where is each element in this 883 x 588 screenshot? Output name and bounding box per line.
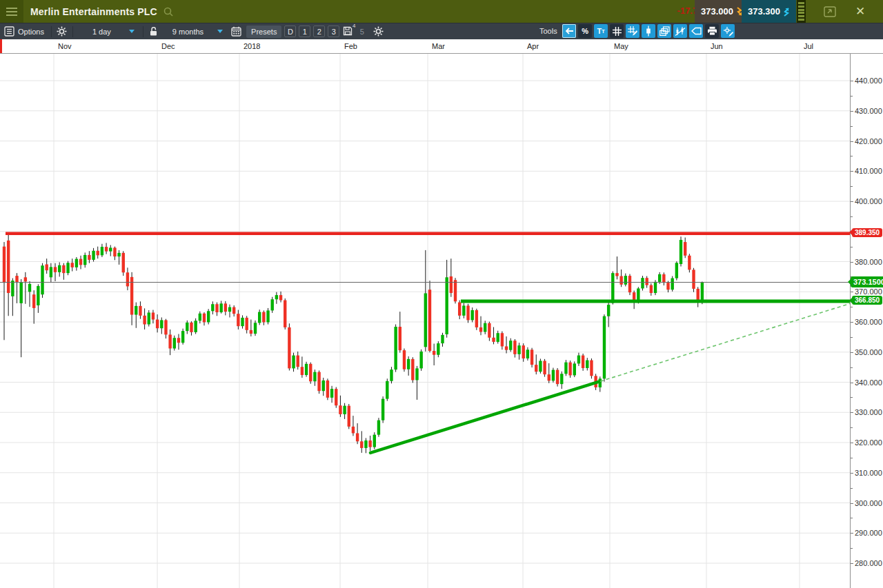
candle-body: [219, 303, 222, 312]
price-axis-minor-tick: [851, 367, 853, 368]
print-icon[interactable]: [705, 24, 719, 38]
candle-body: [88, 255, 90, 260]
candle-body: [484, 323, 486, 332]
close-icon[interactable]: ✕: [850, 0, 871, 23]
candle-body: [437, 343, 439, 355]
candle-body: [619, 276, 622, 285]
candle-body: [424, 293, 427, 347]
chart-area[interactable]: [0, 54, 850, 588]
grid-icon[interactable]: [610, 24, 624, 38]
menu-icon[interactable]: [0, 0, 23, 23]
options-button[interactable]: Options: [15, 28, 47, 36]
candle-body: [377, 420, 380, 435]
unlock-icon[interactable]: [148, 26, 160, 38]
buy-price-button[interactable]: 373.300: [742, 0, 796, 23]
candle-body: [364, 440, 367, 448]
restore-window-button[interactable]: [820, 0, 840, 23]
price-up-arrow-icon: [783, 7, 790, 17]
trendline: [370, 381, 600, 453]
callout-tag-icon[interactable]: [689, 24, 703, 38]
layout-button-default[interactable]: D: [284, 26, 296, 37]
price-axis-tick: [851, 322, 853, 323]
time-axis[interactable]: NovDec2018FebMarAprMayJunJul: [0, 39, 883, 54]
percent-scale-icon[interactable]: %: [578, 24, 592, 38]
layout-button-3[interactable]: 3: [328, 26, 339, 37]
calendar-icon[interactable]: [230, 26, 242, 38]
draw-grid-icon[interactable]: [626, 24, 639, 38]
candle-body: [194, 321, 197, 332]
candle-body: [71, 263, 74, 267]
candle-body: [279, 295, 282, 300]
candle-body: [688, 256, 691, 270]
text-tool-icon[interactable]: TT: [594, 24, 608, 38]
candle-body: [509, 341, 512, 350]
candle-body: [526, 349, 529, 358]
layout-button-2[interactable]: 2: [313, 26, 325, 37]
depth-ladder-icon[interactable]: [797, 0, 806, 23]
price-axis-tick: [851, 352, 853, 353]
compare-chart-icon[interactable]: [673, 24, 687, 38]
candle-body: [284, 301, 286, 327]
candle-body: [173, 338, 176, 348]
chevron-down-icon[interactable]: [217, 30, 223, 33]
chart-settings-icon[interactable]: [721, 24, 735, 38]
layout-button-5[interactable]: 5: [356, 26, 368, 37]
journal-icon[interactable]: [3, 26, 15, 38]
price-axis-minor-tick: [851, 397, 853, 398]
candle-body: [411, 359, 414, 381]
candle-body: [258, 312, 261, 323]
interval-dropdown[interactable]: 1 day: [90, 28, 114, 36]
price-axis-minor-tick: [851, 96, 853, 97]
range-dropdown[interactable]: 9 months: [170, 28, 206, 36]
price-axis-label: 430.000: [855, 107, 882, 115]
candle-body: [368, 440, 371, 447]
candle-body: [305, 364, 308, 375]
candle-body: [590, 361, 593, 376]
candle-body: [215, 304, 218, 312]
candle-body: [46, 264, 48, 270]
back-arrow-icon[interactable]: [562, 24, 576, 38]
candle-body: [317, 372, 320, 392]
candle-body: [637, 288, 639, 301]
month-label: Dec: [161, 42, 175, 50]
price-axis-minor-tick: [851, 518, 853, 518]
price-axis-minor-tick: [851, 548, 853, 549]
candle-body: [313, 372, 316, 382]
candle-body: [381, 399, 384, 420]
layout-button-1[interactable]: 1: [299, 26, 310, 37]
candle-body: [28, 284, 31, 292]
settings-gear-icon[interactable]: [56, 26, 68, 38]
price-axis-tick: [851, 292, 853, 292]
search-icon[interactable]: [163, 6, 174, 17]
candle-body: [330, 389, 333, 398]
session-start-marker: [0, 39, 2, 53]
chevron-down-icon[interactable]: [129, 30, 135, 33]
tools-group: Tools % TT: [539, 23, 736, 39]
candle-body: [228, 307, 231, 312]
candle-body: [66, 263, 69, 273]
candle-body: [19, 282, 22, 303]
candle-body: [513, 341, 516, 354]
candle-body: [15, 276, 18, 283]
candle-body: [339, 405, 341, 414]
price-axis-minor-tick: [851, 186, 853, 187]
candle-body: [675, 263, 678, 278]
presets-button[interactable]: Presets: [246, 26, 281, 38]
candle-body: [343, 406, 346, 414]
candlestick-type-icon[interactable]: [642, 24, 655, 38]
layout-gear-icon[interactable]: [372, 26, 384, 38]
price-axis-label: 420.000: [855, 137, 882, 145]
month-label: Jul: [804, 42, 813, 50]
candle-body: [292, 356, 295, 369]
month-label: Jun: [711, 42, 723, 50]
sell-price-value: 373.000: [701, 6, 733, 17]
price-axis-label: 380.000: [855, 258, 882, 266]
candle-body: [11, 281, 14, 296]
candle-body: [32, 294, 35, 308]
price-axis[interactable]: 440.000430.000420.000410.000400.000390.0…: [850, 54, 883, 588]
candle-body: [458, 303, 461, 316]
candle-body: [654, 282, 657, 293]
candle-body: [199, 314, 201, 321]
save-layout-button[interactable]: 4: [343, 26, 353, 37]
cascade-windows-icon[interactable]: [657, 24, 671, 38]
